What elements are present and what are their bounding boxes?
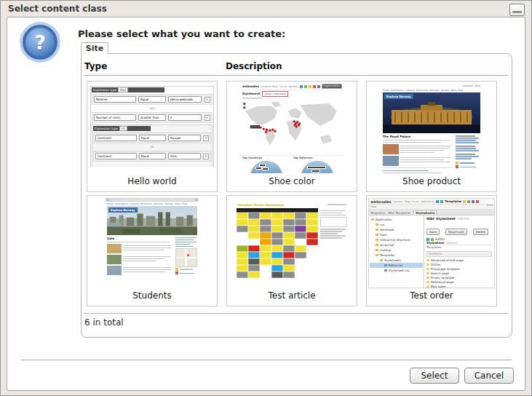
text-line bbox=[400, 146, 450, 147]
article-media-row bbox=[107, 255, 173, 264]
condition-row: Continent Equal Asia ✕ bbox=[93, 151, 211, 162]
condition-field-select: Referrer bbox=[94, 96, 136, 103]
content-class-item-shoe-product[interactable]: HomeDestinationsLodgingAttractionsActivi… bbox=[366, 81, 497, 192]
condition-group: Expression type And Referrer Equal demo.… bbox=[90, 86, 214, 167]
article-media-row bbox=[107, 266, 173, 275]
dialog-title: Select content class bbox=[8, 4, 107, 14]
panel-title-text: WAF Stylesheet bbox=[426, 217, 456, 221]
content-class-item-test-order[interactable]: webnodes ContentBlogForumNewsletter Temp… bbox=[366, 195, 497, 306]
sidebar-action bbox=[175, 268, 197, 272]
link-line bbox=[175, 242, 196, 243]
text-line bbox=[400, 162, 450, 163]
nested-condition-group: Expression type Or Continent Equal Europ… bbox=[92, 124, 213, 167]
editor-icon bbox=[426, 238, 429, 241]
nav-link: Home bbox=[383, 89, 389, 92]
text-line bbox=[123, 272, 164, 273]
mini-charts: Top Countries Top Referrers bbox=[241, 155, 343, 173]
timetable-layout bbox=[237, 207, 347, 279]
sidebar-group bbox=[456, 146, 480, 151]
panel-title: WAF Stylesheet .CSS File bbox=[426, 217, 492, 221]
text-line bbox=[123, 250, 164, 251]
content-class-item-test-article[interactable]: Timeplan Trento Sørumsand bbox=[226, 195, 357, 306]
select-button[interactable]: Select bbox=[410, 368, 459, 384]
connector-and: AND bbox=[92, 106, 213, 111]
link-line bbox=[456, 156, 479, 157]
item-label-students: Students bbox=[87, 290, 217, 301]
nav-link: Attractions bbox=[140, 202, 152, 205]
condition-operator-select: Equal bbox=[139, 135, 166, 141]
tab-site[interactable]: Site bbox=[81, 42, 108, 54]
total-count: 6 in total bbox=[84, 317, 124, 328]
link-line bbox=[460, 167, 476, 168]
mini-utility-bar bbox=[381, 83, 482, 88]
link-line bbox=[180, 273, 194, 274]
condition-row: Referrer Equal demo.webnode ✕ bbox=[92, 94, 213, 105]
cancel-button[interactable]: Cancel bbox=[464, 368, 514, 384]
remove-condition-icon: ✕ bbox=[203, 154, 209, 159]
top-referrers-label: Top Referrers bbox=[292, 157, 343, 159]
tab-mvc-templates: MVC Templates bbox=[388, 211, 410, 215]
hero-photo: Explore Norway bbox=[107, 206, 197, 235]
hero-photo: Explore Norway bbox=[383, 92, 480, 133]
tree-item: Stylesheets bbox=[370, 258, 423, 263]
check-icon bbox=[431, 238, 434, 241]
question-mark-glyph: ? bbox=[34, 33, 46, 52]
toolbar-menu-item: Notifier bbox=[289, 85, 298, 88]
mini-toolbar: webnodes ContentBlogForumNewsletter Temp… bbox=[369, 199, 494, 205]
brand-logo: webnodes bbox=[242, 84, 259, 88]
tree-item: Interactive_Brochure bbox=[370, 237, 423, 242]
chart-label-chip bbox=[255, 167, 262, 170]
chart-label-chip bbox=[262, 167, 269, 170]
expression-type-value: And bbox=[118, 87, 128, 92]
item-label-shoe-product: Shoe product bbox=[367, 176, 496, 186]
mini-workspace: Application css developer flash Interact… bbox=[369, 215, 494, 288]
article-text bbox=[123, 266, 173, 275]
toolbar-icon bbox=[317, 85, 320, 88]
mini-article-body: Oslo bbox=[107, 236, 197, 277]
tab-stylesheets: Stylesheets bbox=[413, 210, 437, 215]
column-header-type: Type bbox=[84, 61, 107, 71]
text-line bbox=[327, 204, 346, 205]
sidebar-group bbox=[456, 154, 480, 159]
condition-row: Number of visits Greater than 1 ✕ bbox=[92, 112, 213, 123]
nav-link: Activities bbox=[154, 202, 164, 205]
nav-link: Recipes bbox=[441, 89, 450, 92]
thumbnail-hello-world: Expression type And Referrer Equal demo.… bbox=[90, 85, 215, 167]
toolbar-icon bbox=[467, 200, 470, 203]
text-line bbox=[123, 245, 171, 247]
text-line bbox=[123, 269, 171, 271]
thumbnail-shoe-product: HomeDestinationsLodgingAttractionsActivi… bbox=[381, 83, 482, 175]
nav-link: Destinations bbox=[391, 89, 405, 92]
file-tree: Application css developer flash Interact… bbox=[369, 215, 424, 288]
content-class-item-shoe-color[interactable]: webnodes ContentBlogForumNotifier Segmen… bbox=[226, 81, 357, 192]
sidebar-action bbox=[456, 165, 480, 169]
expression-type-bar: Expression type And bbox=[92, 87, 164, 92]
toolbar-menu: ContentBlogForumNewsletter bbox=[393, 200, 435, 203]
chart-label-chip bbox=[311, 170, 320, 173]
brand-logo: webnodes bbox=[370, 199, 392, 204]
link-line bbox=[460, 162, 475, 164]
template-list-item: Blog page bbox=[426, 285, 492, 288]
text-line bbox=[400, 150, 444, 151]
article-image bbox=[107, 255, 122, 264]
minimize-button[interactable] bbox=[509, 4, 525, 16]
article-text bbox=[400, 156, 453, 166]
text-line bbox=[123, 256, 171, 258]
link-line bbox=[175, 244, 190, 245]
dialog-content: ? Please select what you want to create:… bbox=[7, 17, 525, 391]
condition-field-select: Number of visits bbox=[94, 114, 136, 121]
content-class-item-hello-world[interactable]: Expression type And Referrer Equal demo.… bbox=[87, 81, 218, 192]
thumbnail-shoe-color: webnodes ContentBlogForumNotifier Segmen… bbox=[241, 83, 343, 173]
top-countries-label: Top Countries bbox=[241, 157, 292, 159]
note-box bbox=[320, 217, 347, 227]
content-class-item-students[interactable]: HomeDestinationsLodgingAttractionsActivi… bbox=[87, 195, 218, 306]
toolbar-menu-item: Forum bbox=[279, 85, 287, 88]
header-separator bbox=[84, 75, 508, 76]
toolbar-icon bbox=[309, 85, 311, 88]
dialog-heading: Please select what you want to create: bbox=[78, 28, 285, 39]
nav-link: Blog bbox=[458, 89, 463, 92]
article-image bbox=[107, 266, 122, 275]
sidebar-heading bbox=[456, 146, 475, 147]
world-map-image bbox=[241, 100, 341, 151]
condition-operator-select: Equal bbox=[139, 153, 166, 159]
